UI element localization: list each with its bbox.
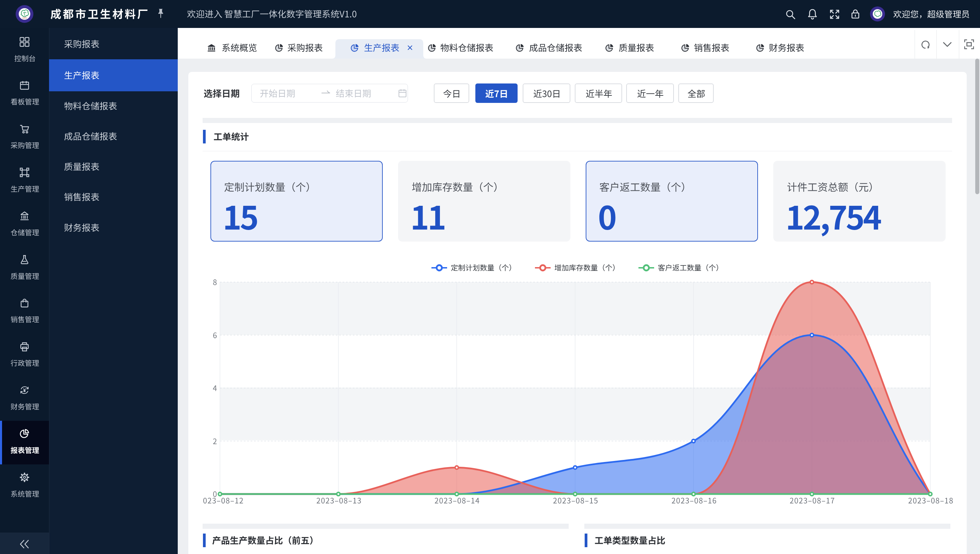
- svg-text:1976: 1976: [22, 17, 27, 19]
